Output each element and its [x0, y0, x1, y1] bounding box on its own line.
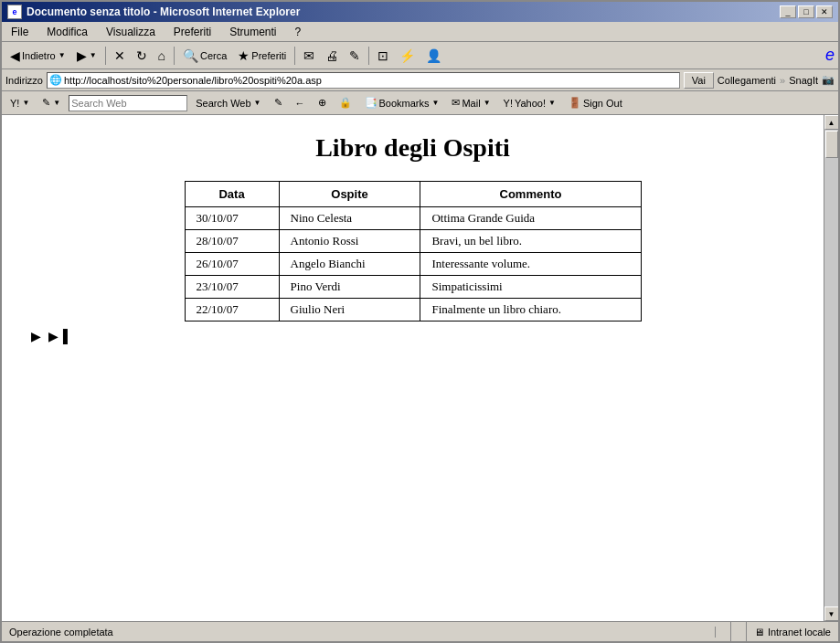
menu-modifica[interactable]: Modifica — [41, 25, 93, 39]
bookmarks-label: Bookmarks — [379, 98, 430, 109]
messenger-icon: 👤 — [426, 48, 441, 63]
status-empty — [731, 622, 747, 641]
scroll-thumb[interactable] — [825, 131, 838, 158]
table-cell: Antonio Rossi — [279, 230, 420, 253]
refresh-button[interactable]: ↻ — [132, 45, 152, 67]
signout-label: Sign Out — [583, 98, 622, 109]
col-header-ospite: Ospite — [279, 182, 420, 207]
back-dropdown-icon: ▼ — [58, 51, 66, 59]
maximize-button[interactable]: □ — [798, 5, 814, 18]
table-cell: 28/10/07 — [185, 230, 279, 253]
refresh-icon: ↻ — [136, 48, 147, 63]
mail-yahoo-icon: ✉ — [452, 97, 460, 109]
messenger-button[interactable]: 👤 — [421, 45, 446, 67]
table-cell: Giulio Neri — [279, 299, 420, 322]
table-cell: Angelo Bianchi — [279, 253, 420, 276]
yahoo-logo-button[interactable]: Y! ▼ — [5, 94, 34, 112]
edit-button[interactable]: ✎ — [345, 45, 365, 67]
ie-logo: e — [825, 46, 835, 65]
favorites-icon: ★ — [238, 48, 250, 63]
status-bar: Operazione completata 🖥 Intranet locale — [2, 621, 838, 641]
snagit-icon: 📷 — [822, 74, 835, 86]
scroll-up-button[interactable]: ▲ — [824, 115, 839, 130]
left-arrow-btn[interactable]: ← — [291, 94, 310, 112]
yahoo-brand-label: Yahoo! — [515, 98, 546, 109]
mail-icon: ✉ — [303, 48, 314, 63]
search-button[interactable]: 🔍 Cerca — [178, 45, 231, 67]
links-label: Collegamenti — [718, 75, 776, 86]
content-area: Libro degli Ospiti Data Ospite Commento … — [2, 115, 838, 621]
yahoo-home-button[interactable]: Y! Yahoo! ▼ — [499, 94, 560, 112]
address-input-wrap: 🌐 — [47, 72, 680, 89]
yahoo-edit-dropdown-icon: ▼ — [53, 99, 60, 107]
safety-icon: 🔒 — [339, 97, 352, 109]
forward-button[interactable]: ▶ ▼ — [72, 45, 101, 67]
menu-file[interactable]: File — [5, 25, 34, 39]
search-web-dropdown-icon: ▼ — [254, 99, 261, 107]
signout-button[interactable]: 🚪 Sign Out — [564, 94, 627, 112]
scrollbar[interactable]: ▲ ▼ — [824, 115, 838, 621]
page-content: Libro degli Ospiti Data Ospite Commento … — [2, 115, 824, 621]
print-icon: 🖨 — [325, 48, 338, 63]
back-button[interactable]: ◀ Indietro ▼ — [5, 45, 70, 67]
table-cell: Ottima Grande Guida — [420, 207, 641, 230]
bookmarks-icon: 📑 — [365, 97, 377, 109]
home-button[interactable]: ⌂ — [154, 45, 170, 67]
status-message: Operazione completata — [2, 627, 716, 638]
go-button[interactable]: Vai — [684, 72, 714, 89]
title-bar-left: e Documento senza titolo - Microsoft Int… — [7, 5, 300, 19]
table-cell: 22/10/07 — [185, 299, 279, 322]
mail-button[interactable]: ✉ — [299, 45, 319, 67]
forward-icon: ▶ — [77, 48, 87, 63]
mail-yahoo-button[interactable]: ✉ Mail ▼ — [447, 94, 494, 112]
search-web-button[interactable]: Search Web ▼ — [191, 94, 265, 112]
left-arrow-icon: ← — [295, 98, 305, 109]
search-input[interactable] — [69, 98, 186, 109]
search-icon: 🔍 — [183, 48, 198, 63]
skip-button[interactable]: ▶▐ — [47, 329, 69, 343]
minimize-button[interactable]: _ — [780, 5, 796, 18]
nav-icon-btn[interactable]: ⊕ — [314, 94, 331, 112]
menu-strumenti[interactable]: Strumenti — [224, 25, 282, 39]
close-button[interactable]: ✕ — [816, 5, 833, 18]
yahoo-edit-button[interactable]: ✎ ▼ — [37, 94, 65, 112]
stop-button[interactable]: ✕ — [110, 45, 130, 67]
fullscreen-button[interactable]: ⊡ — [373, 45, 393, 67]
print-button[interactable]: 🖨 — [321, 45, 343, 67]
power-button[interactable]: ⚡ — [395, 45, 420, 67]
table-row: 22/10/07Giulio NeriFinalmente un libro c… — [185, 299, 641, 322]
scroll-track — [824, 130, 838, 606]
table-row: 23/10/07Pino VerdiSimpaticissimi — [185, 276, 641, 299]
scroll-down-button[interactable]: ▼ — [824, 606, 839, 621]
links-section: Collegamenti » SnagIt 📷 — [718, 74, 835, 86]
yahoo-home-dropdown-icon: ▼ — [548, 99, 556, 107]
mail-label: Mail — [462, 98, 480, 109]
favorites-button[interactable]: ★ Preferiti — [233, 45, 291, 67]
safety-btn[interactable]: 🔒 — [335, 94, 356, 112]
bookmarks-button[interactable]: 📑 Bookmarks ▼ — [360, 94, 444, 112]
nav-icon: ⊕ — [318, 97, 326, 109]
pencil-btn[interactable]: ✎ — [270, 94, 287, 112]
links-arrow: » — [780, 75, 785, 86]
window-title: Documento senza titolo - Microsoft Inter… — [27, 5, 300, 18]
bookmarks-dropdown-icon: ▼ — [432, 99, 440, 107]
table-cell: Bravi, un bel libro. — [420, 230, 641, 253]
ie-logo-icon: e — [825, 46, 835, 64]
title-bar: e Documento senza titolo - Microsoft Int… — [2, 2, 838, 22]
signout-icon: 🚪 — [569, 97, 581, 109]
snagit-label[interactable]: SnagIt — [789, 75, 818, 86]
sep2 — [174, 47, 175, 65]
menu-help[interactable]: ? — [290, 25, 307, 39]
page-title: Libro degli Ospiti — [11, 133, 814, 163]
sep4 — [368, 47, 369, 65]
play-button[interactable]: ▶ — [29, 329, 43, 343]
menu-visualizza[interactable]: Visualizza — [101, 25, 161, 39]
back-label: Indietro — [22, 50, 56, 61]
window-controls: _ □ ✕ — [780, 5, 833, 18]
sep3 — [294, 47, 295, 65]
table-cell: Interessante volume. — [420, 253, 641, 276]
sep1 — [105, 47, 106, 65]
edit-pencil-icon: ✎ — [42, 97, 50, 109]
address-input[interactable] — [64, 75, 677, 86]
menu-preferiti[interactable]: Preferiti — [168, 25, 217, 39]
